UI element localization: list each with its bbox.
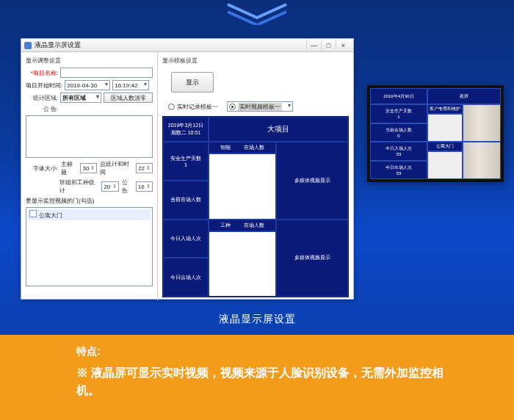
- cctv-now: 当前在场人数0: [370, 123, 427, 142]
- left-group-label: 显示调整设置: [26, 57, 153, 65]
- left-panel: 显示调整设置 *项目名称: 项目开始时间:2019-04-3016:19:42 …: [21, 52, 158, 300]
- cell-out: 今日出场人次: [163, 258, 209, 297]
- notice-size-spin[interactable]: 16: [136, 181, 153, 192]
- template-radio-video[interactable]: 实时视频模板一: [227, 101, 293, 112]
- features-body: ※ 液晶屏可显示实时视频，视频来源于人脸识别设备，无需外加监控相机。: [76, 364, 448, 399]
- cell-header2: 工种在场人数: [209, 220, 276, 231]
- notice-size-label: 公告: [122, 178, 133, 195]
- titlebar[interactable]: 液晶显示屏设置 — □ ×: [21, 39, 353, 52]
- door-item: 公寓大门: [28, 209, 151, 220]
- radio-icon: [168, 104, 175, 110]
- maximize-button[interactable]: □: [321, 40, 336, 51]
- cctv-video-feed-2: [463, 142, 501, 179]
- cctv-in: 今日入场人次53: [370, 142, 427, 161]
- start-date-label: 项目开始时间:: [26, 82, 62, 90]
- cell-date: 2019年3月12日期数二 10:51: [163, 117, 209, 142]
- main-title-size-spin[interactable]: 30: [80, 163, 97, 173]
- notice-textarea[interactable]: [26, 115, 153, 158]
- team-stat-size-spin[interactable]: 20: [101, 181, 118, 192]
- lcd-settings-window: 液晶显示屏设置 — □ × 显示调整设置 *项目名称: 项目开始时间:2019-…: [21, 38, 354, 300]
- features-title: 特点:: [76, 345, 448, 358]
- cctv-gate: 公寓大门: [427, 142, 463, 151]
- window-title: 液晶显示屏设置: [35, 40, 81, 50]
- doors-listbox[interactable]: 公寓大门: [26, 207, 153, 286]
- cell-in: 今日入场人次: [163, 220, 209, 258]
- template-radio-record[interactable]: 实时记录模板一: [168, 103, 218, 111]
- show-button[interactable]: 显示: [171, 72, 214, 93]
- cctv-whitebox: [427, 114, 463, 142]
- area-select[interactable]: 所有区域: [60, 93, 101, 103]
- main-title-size-label: 主标题: [61, 160, 77, 176]
- cctv-monitor: 2019年4月30日 安全生产天数1 当前在场人数0 今日入场人次53 今日出场…: [367, 85, 504, 182]
- right-group-label: 显示模板设置: [162, 57, 349, 65]
- cctv-video-feed-1: [463, 104, 501, 142]
- cell-now: 当前在场人数: [163, 181, 209, 220]
- cctv-out: 今日出场人次53: [370, 161, 427, 180]
- fontsize-label: 字体大小:: [26, 164, 58, 173]
- project-name-input[interactable]: [60, 68, 153, 78]
- project-name-label: *项目名称:: [26, 69, 58, 77]
- preview-table: 2019年3月12日期数二 10:51 安全生产天数1 当前在场人数 今日入场人…: [162, 116, 349, 297]
- cell-white1: [209, 153, 276, 220]
- features-panel: 特点: ※ 液晶屏可显示实时视频，视频来源于人脸识别设备，无需外加监控相机。: [0, 335, 514, 420]
- minimize-button[interactable]: —: [306, 40, 321, 51]
- doors-label: 要显示监控视频的门(勾选): [26, 197, 94, 205]
- cctv-safe: 安全生产天数1: [370, 104, 427, 123]
- cell-header1: 智能在场人数: [209, 142, 276, 153]
- right-panel: 显示模板设置 显示 实时记录模板一 实时视频模板一 2019年3月12日期数二 …: [158, 52, 353, 300]
- cctv-whitebox2: [427, 151, 463, 179]
- door-checkbox[interactable]: [29, 210, 37, 217]
- cctv-date: 2019年4月30日: [370, 88, 427, 104]
- cell-white2: [209, 231, 276, 297]
- page-caption: 液晶显示屏设置: [0, 313, 514, 326]
- stat-time-size-spin[interactable]: 22: [136, 163, 153, 173]
- cctv-hall: 夜班: [427, 88, 501, 104]
- time-picker[interactable]: 16:19:42: [112, 80, 149, 90]
- cell-media2: 多媒体视频显示: [276, 220, 348, 297]
- cell-media1: 多媒体视频显示: [276, 142, 348, 220]
- cell-safe: 安全生产天数1: [163, 142, 209, 181]
- radio-icon: [229, 104, 236, 110]
- date-picker[interactable]: 2019-04-30: [65, 80, 110, 90]
- area-label: 统计区域:: [26, 94, 58, 102]
- close-button[interactable]: ×: [336, 40, 350, 51]
- cctv-unit: 客户专用和维护: [427, 104, 463, 114]
- notice-label: 公 告:: [26, 105, 58, 113]
- app-icon: [24, 42, 32, 49]
- cell-project: 大项目: [209, 117, 348, 142]
- area-clear-button[interactable]: 区域人数清零: [104, 93, 153, 103]
- stat-time-size-label: 总统计和时间: [100, 160, 133, 176]
- team-stat-size-label: 班组和工种统计: [59, 178, 98, 195]
